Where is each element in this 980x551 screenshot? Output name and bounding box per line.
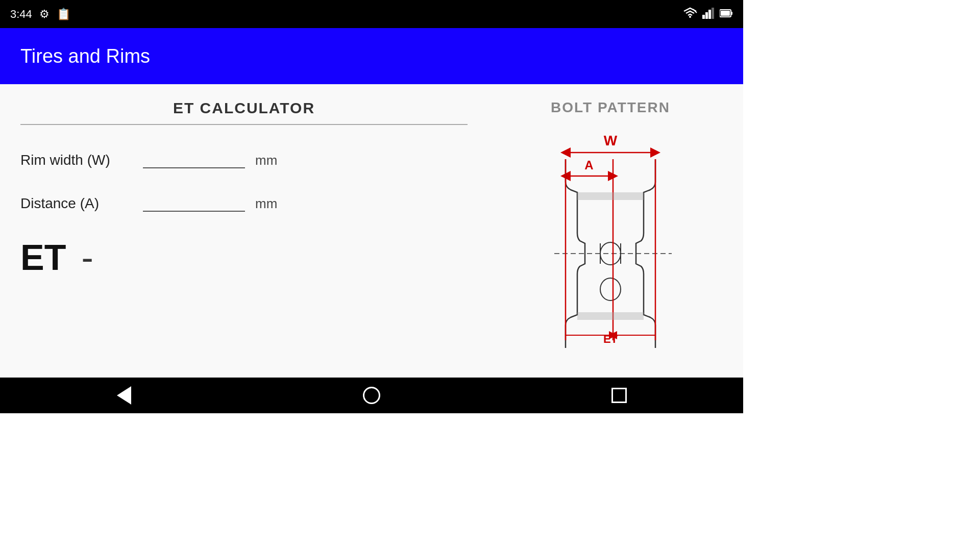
svg-rect-24 <box>577 312 644 320</box>
main-content: ET CALCULATOR Rim width (W) mm Distance … <box>0 84 743 378</box>
status-bar: 3:44 ⚙ 📋 <box>0 0 743 28</box>
status-right <box>683 7 733 21</box>
et-result-label: ET <box>20 237 66 278</box>
rim-width-row: Rim width (W) mm <box>20 145 468 168</box>
status-time: 3:44 <box>10 8 32 21</box>
clipboard-icon: 📋 <box>57 8 70 21</box>
svg-text:A: A <box>584 158 593 172</box>
app-bar: Tires and Rims <box>0 28 743 84</box>
svg-point-14 <box>600 278 621 300</box>
rim-width-label: Rim width (W) <box>20 152 133 168</box>
wifi-icon <box>683 7 697 21</box>
distance-a-input[interactable] <box>143 189 245 212</box>
et-calculator-title: ET CALCULATOR <box>20 99 468 117</box>
et-calculator-panel: ET CALCULATOR Rim width (W) mm Distance … <box>0 84 478 378</box>
svg-point-0 <box>689 16 691 18</box>
et-result-row: ET - <box>20 237 468 278</box>
recent-icon <box>611 388 627 403</box>
signal-icon <box>702 8 715 21</box>
recent-button[interactable] <box>604 383 634 408</box>
status-left: 3:44 ⚙ 📋 <box>10 8 70 21</box>
settings-icon: ⚙ <box>39 8 50 21</box>
distance-a-input-wrap <box>143 189 245 212</box>
back-icon <box>117 386 131 405</box>
svg-rect-8 <box>731 12 732 15</box>
svg-rect-23 <box>577 192 644 200</box>
rim-width-input[interactable] <box>143 145 245 168</box>
bolt-pattern-panel: BOLT PATTERN W A <box>478 84 743 378</box>
battery-icon <box>720 9 733 20</box>
distance-a-row: Distance (A) mm <box>20 189 468 212</box>
distance-a-label: Distance (A) <box>20 195 133 212</box>
home-icon <box>363 387 380 404</box>
nav-bar <box>0 378 743 413</box>
distance-a-unit: mm <box>255 196 277 212</box>
svg-rect-7 <box>721 11 730 16</box>
svg-rect-4 <box>708 10 711 19</box>
bolt-pattern-title: BOLT PATTERN <box>551 99 670 116</box>
svg-rect-3 <box>705 12 708 19</box>
home-button[interactable] <box>356 383 387 408</box>
svg-rect-5 <box>712 8 714 19</box>
svg-text:W: W <box>604 133 618 148</box>
svg-rect-2 <box>702 15 705 19</box>
et-result-value: - <box>81 237 93 278</box>
rim-width-unit: mm <box>255 153 277 168</box>
rim-diagram: W A <box>534 131 687 358</box>
back-button[interactable] <box>109 383 139 408</box>
svg-text:ET: ET <box>603 333 618 345</box>
app-title: Tires and Rims <box>20 45 150 67</box>
rim-width-input-wrap <box>143 145 245 168</box>
section-divider <box>20 124 468 125</box>
